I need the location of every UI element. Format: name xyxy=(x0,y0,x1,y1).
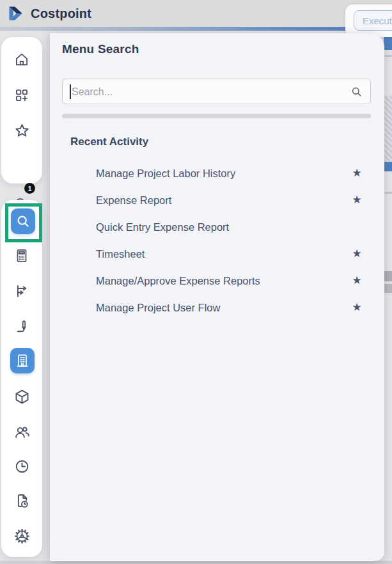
gear-icon xyxy=(13,528,31,545)
panel-title: Menu Search xyxy=(62,42,139,56)
search-input[interactable] xyxy=(70,80,341,104)
background-page-strip xyxy=(384,192,392,194)
highlight-box xyxy=(5,203,42,242)
notification-badge: 1 xyxy=(24,183,35,194)
sidebar-item-materials[interactable] xyxy=(1,382,42,411)
sidebar-item-document-status[interactable] xyxy=(1,487,42,515)
list-item[interactable]: Expense Report ★ xyxy=(50,187,384,214)
calculator-icon xyxy=(13,247,30,264)
execute-button[interactable]: Execute xyxy=(354,10,392,31)
toolbar-accent-bar xyxy=(0,27,392,31)
app-title: Costpoint xyxy=(31,6,91,21)
background-page-strip xyxy=(384,96,392,162)
sidebar-primary: 1 xyxy=(1,37,42,184)
list-item-label[interactable]: Quick Entry Expense Report xyxy=(96,214,229,240)
panel-divider xyxy=(62,114,371,118)
list-item[interactable]: Manage Project User Flow ★ xyxy=(50,294,384,321)
sidebar-item-calculator[interactable] xyxy=(1,242,42,270)
list-item-label[interactable]: Manage/Approve Expense Reports xyxy=(96,267,260,294)
sidebar-item-home[interactable] xyxy=(1,45,42,74)
sidebar-item-process-flow[interactable] xyxy=(1,277,42,305)
list-item-label[interactable]: Manage Project Labor History xyxy=(96,160,235,187)
background-page-strip xyxy=(384,271,392,281)
list-item[interactable]: Quick Entry Expense Report xyxy=(50,214,384,240)
favorite-star-icon[interactable]: ★ xyxy=(349,160,365,187)
sidebar-item-time[interactable] xyxy=(1,452,42,480)
flow-arrows-icon xyxy=(13,283,31,300)
people-icon xyxy=(13,423,31,441)
list-item-label[interactable]: Timesheet xyxy=(96,240,145,267)
favorite-star-icon[interactable]: ★ xyxy=(349,187,365,214)
sidebar-secondary xyxy=(1,200,42,557)
deltek-logo-icon xyxy=(6,4,26,23)
sidebar-item-applications[interactable] xyxy=(1,81,42,109)
background-page-strip xyxy=(384,162,392,171)
background-page-strip xyxy=(384,36,392,50)
background-page-strip xyxy=(384,284,392,293)
list-item-label[interactable]: Manage Project User Flow xyxy=(96,294,220,321)
search-field-wrap xyxy=(62,79,371,104)
sidebar-item-settings[interactable] xyxy=(1,522,42,550)
list-item-label[interactable]: Expense Report xyxy=(96,187,171,214)
favorite-star-icon[interactable]: ★ xyxy=(349,294,365,321)
background-page-strip xyxy=(384,55,392,57)
sidebar-item-organization[interactable] xyxy=(10,348,35,373)
favorite-star-icon[interactable] xyxy=(349,214,365,240)
clock-icon xyxy=(13,458,31,475)
cube-icon xyxy=(13,388,31,405)
home-icon xyxy=(13,51,30,68)
execute-toolbar-card: Execute xyxy=(345,4,392,37)
top-bar: Costpoint xyxy=(0,0,392,27)
list-item[interactable]: Manage/Approve Expense Reports ★ xyxy=(50,267,384,294)
menu-search-panel: Menu Search Recent Activity Manage Proje… xyxy=(50,33,384,561)
list-item[interactable]: Manage Project Labor History ★ xyxy=(50,160,384,187)
recent-activity-heading: Recent Activity xyxy=(70,136,148,148)
building-icon xyxy=(14,352,31,369)
favorite-star-icon[interactable]: ★ xyxy=(349,267,365,294)
sidebar-item-favorites[interactable] xyxy=(1,116,42,145)
signature-pen-icon xyxy=(13,318,30,334)
window-bottom-edge xyxy=(0,561,392,564)
app-window: Costpoint Execute xyxy=(0,0,392,564)
list-item[interactable]: Timesheet ★ xyxy=(50,240,384,267)
sidebar-item-signature[interactable] xyxy=(1,312,42,340)
search-icon[interactable] xyxy=(350,86,363,98)
favorite-star-icon[interactable]: ★ xyxy=(349,240,365,267)
recent-activity-list: Manage Project Labor History ★ Expense R… xyxy=(50,160,384,321)
file-clock-icon xyxy=(13,492,31,510)
sidebar-item-people[interactable] xyxy=(1,418,42,446)
star-icon xyxy=(13,122,31,139)
apps-add-icon xyxy=(13,87,30,104)
